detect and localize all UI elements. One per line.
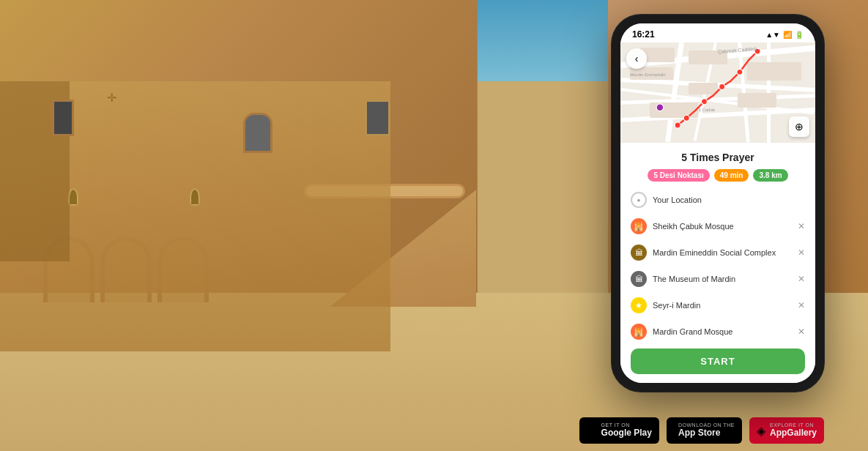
stop-close-2[interactable]: ✕: [798, 247, 805, 258]
badge-stops: 5 Desi Noktası: [648, 169, 709, 182]
phone-frame: 16:21 ▲▼ 📶 🔋: [612, 15, 824, 392]
app-store-text: Download on the App Store: [678, 422, 735, 439]
stop-icon-5: 🕌: [631, 324, 647, 340]
window-2: [243, 113, 272, 153]
stop-item-4: ★ Seyr-i Mardin ✕: [631, 294, 805, 316]
cross-symbol: ✛: [104, 90, 119, 105]
stop-item-3: 🏛 The Museum of Mardin ✕: [631, 268, 805, 290]
nav-icon: ⊕: [795, 121, 804, 133]
stop-icon-3: 🏛: [631, 271, 647, 287]
wifi-icon: 📶: [783, 31, 792, 39]
badge-distance: 3.8 km: [753, 169, 787, 182]
map-label-3: 1.Cadde: [698, 108, 715, 112]
svg-point-4: [683, 115, 689, 121]
status-bar: 16:21 ▲▼ 📶 🔋: [620, 23, 815, 42]
signal-icon: ▲▼: [765, 31, 780, 39]
map-nav-button[interactable]: ⊕: [789, 116, 809, 137]
battery-icon: 🔋: [795, 31, 804, 39]
svg-point-1: [737, 69, 743, 75]
stop-icon-4: ★: [631, 297, 647, 313]
stop-name-4: Seyr-i Mardin: [653, 301, 792, 310]
route-title: 5 Times Prayer: [631, 152, 805, 163]
window-3: [365, 100, 390, 136]
phone-screen: 16:21 ▲▼ 📶 🔋: [620, 23, 815, 383]
stop-close-1[interactable]: ✕: [798, 221, 805, 231]
svg-point-5: [675, 122, 680, 128]
stop-name-1: Sheikh Çabuk Mosque: [653, 222, 792, 231]
lantern-2: [191, 190, 199, 204]
huawei-icon: ◈: [757, 424, 765, 438]
stop-icon-1: 🕌: [631, 218, 647, 234]
stop-close-3[interactable]: ✕: [798, 274, 805, 284]
route-panel: 5 Times Prayer 5 Desi Noktası 49 min 3.8…: [620, 143, 815, 383]
lantern-1: [70, 190, 77, 204]
map-area: Çakmak Caddesi Mardin Emineddin 1.Cadde …: [620, 42, 815, 143]
google-play-icon: ▶: [587, 422, 597, 439]
svg-point-3: [701, 99, 707, 105]
stop-close-5[interactable]: ✕: [798, 327, 805, 337]
stop-name-5: Mardin Grand Mosque: [653, 327, 792, 336]
map-label-2: Mardin Emineddin: [630, 72, 665, 77]
stop-icon-2: 🏛: [631, 245, 647, 261]
stop-name-3: The Museum of Mardin: [653, 275, 792, 283]
svg-point-6: [656, 104, 664, 111]
back-icon: ‹: [635, 53, 639, 64]
stop-item-1: 🕌 Sheikh Çabuk Mosque ✕: [631, 215, 805, 237]
stop-name-2: Mardin Emineddin Social Complex: [653, 248, 792, 257]
badge-duration: 49 min: [714, 169, 749, 182]
stop-icon-location: ●: [631, 192, 647, 208]
start-button[interactable]: START: [631, 348, 805, 374]
phone-mockup: 16:21 ▲▼ 📶 🔋: [612, 15, 824, 425]
app-store-name: App Store: [678, 428, 735, 439]
stop-close-4[interactable]: ✕: [798, 300, 805, 310]
stop-item-location: ● Your Location: [631, 189, 805, 211]
stop-item-5: 🕌 Mardin Grand Mosque ✕: [631, 321, 805, 343]
app-gallery-name: AppGallery: [770, 428, 817, 439]
location-dot: ●: [637, 197, 641, 204]
app-gallery-text: EXPLORE IT ON AppGallery: [770, 422, 817, 439]
stop-item-2: 🏛 Mardin Emineddin Social Complex ✕: [631, 242, 805, 264]
route-svg: [620, 42, 815, 143]
google-play-text: GET IT ON Google Play: [601, 422, 652, 439]
svg-point-2: [719, 83, 725, 89]
stop-name-location: Your Location: [653, 195, 805, 204]
map-back-button[interactable]: ‹: [626, 48, 647, 69]
google-play-name: Google Play: [601, 428, 652, 439]
stop-icon-char-5: 🕌: [634, 327, 644, 337]
status-icons: ▲▼ 📶 🔋: [765, 31, 804, 39]
stop-icon-char-1: 🕌: [634, 222, 644, 231]
stop-icon-char-3: 🏛: [635, 275, 643, 283]
route-badges: 5 Desi Noktası 49 min 3.8 km: [631, 169, 805, 182]
window-1: [52, 100, 74, 136]
stop-icon-char-2: 🏛: [635, 248, 643, 257]
status-time: 16:21: [632, 29, 655, 40]
stops-list: ● Your Location 🕌 Sheikh Çabuk Mosque ✕: [631, 189, 805, 343]
stop-icon-char-4: ★: [635, 301, 642, 310]
